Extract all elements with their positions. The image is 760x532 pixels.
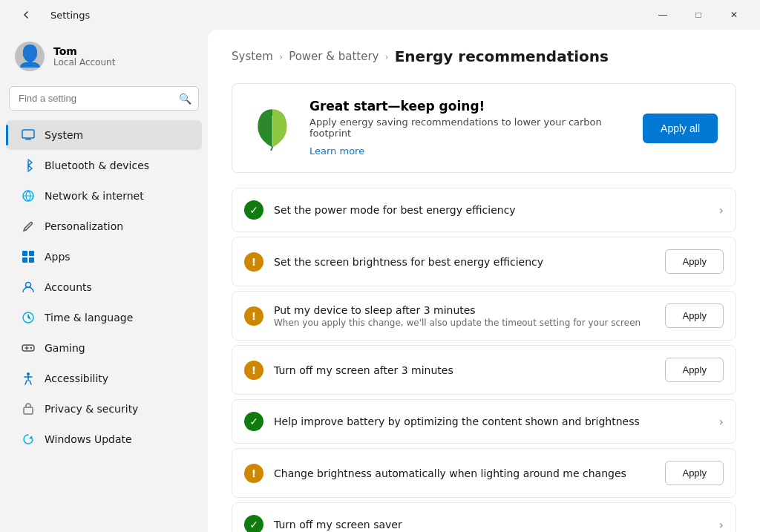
svg-rect-11 xyxy=(24,407,33,414)
learn-more-link[interactable]: Learn more xyxy=(309,145,364,157)
rec-row-screen-off-3min: ! Turn off my screen after 3 minutes App… xyxy=(232,345,736,395)
maximize-button[interactable]: □ xyxy=(681,3,715,27)
back-button[interactable] xyxy=(9,3,43,27)
rec-row-power-mode: ✓ Set the power mode for best energy eff… xyxy=(232,188,736,232)
sidebar-item-update[interactable]: Windows Update xyxy=(6,424,202,454)
rec-action-power-mode: › xyxy=(719,203,724,217)
nav-label-bluetooth: Bluetooth & devices xyxy=(45,160,149,171)
rec-sublabel-sleep-3min: When you apply this change, we'll also u… xyxy=(274,318,655,328)
rec-status-icon-sleep-3min: ! xyxy=(244,306,263,326)
rec-label-sleep-3min: Put my device to sleep after 3 minutes xyxy=(274,304,655,316)
title-bar: Settings — □ ✕ xyxy=(0,0,760,30)
nav-icon-system xyxy=(21,128,36,142)
rec-action-battery-optimize: › xyxy=(719,415,724,429)
nav-label-accounts: Accounts xyxy=(45,281,92,293)
nav-menu: System Bluetooth & devices Network & int… xyxy=(0,119,208,455)
rec-status-icon-screen-off-3min: ! xyxy=(244,361,263,380)
rec-text-power-mode: Set the power mode for best energy effic… xyxy=(274,204,709,216)
sidebar-item-gaming[interactable]: Gaming xyxy=(6,333,202,363)
rec-label-screen-brightness: Set the screen brightness for best energ… xyxy=(274,256,655,268)
rec-row-auto-brightness: ! Change brightness automatically when l… xyxy=(232,448,736,498)
svg-rect-6 xyxy=(29,257,34,263)
apply-button-sleep-3min[interactable]: Apply xyxy=(665,303,724,328)
svg-rect-1 xyxy=(25,139,31,140)
nav-label-gaming: Gaming xyxy=(45,342,85,354)
user-profile: 👤 Tom Local Account xyxy=(0,30,208,86)
nav-icon-apps xyxy=(21,249,36,264)
banner-description: Apply energy saving recommendations to l… xyxy=(309,116,628,139)
rec-status-icon-battery-optimize: ✓ xyxy=(244,412,263,431)
sidebar-item-network[interactable]: Network & internet xyxy=(6,181,202,211)
search-box: 🔍 xyxy=(9,86,199,111)
nav-label-apps: Apps xyxy=(45,251,71,263)
rec-status-icon-power-mode: ✓ xyxy=(244,200,263,220)
rec-text-screen-brightness: Set the screen brightness for best energ… xyxy=(274,256,655,268)
svg-rect-3 xyxy=(22,251,27,256)
sidebar-item-time[interactable]: Time & language xyxy=(6,303,202,332)
search-input[interactable] xyxy=(9,86,199,111)
nav-icon-bluetooth xyxy=(21,158,36,173)
sidebar-item-personalization[interactable]: Personalization xyxy=(6,211,202,241)
sidebar-item-accessibility[interactable]: Accessibility xyxy=(6,364,202,393)
sidebar-item-apps[interactable]: Apps xyxy=(6,242,202,272)
nav-icon-gaming xyxy=(21,341,36,355)
rec-action-screen-off-3min: Apply xyxy=(665,358,724,382)
breadcrumb: System › Power & battery › Energy recomm… xyxy=(232,47,736,65)
app-body: 👤 Tom Local Account 🔍 System Bluetooth &… xyxy=(0,30,760,532)
user-account-type: Local Account xyxy=(53,57,115,68)
user-name: Tom xyxy=(53,45,115,57)
breadcrumb-system[interactable]: System xyxy=(232,50,273,63)
nav-icon-accounts xyxy=(21,280,36,295)
nav-label-accessibility: Accessibility xyxy=(45,372,108,384)
breadcrumb-sep-1: › xyxy=(279,51,283,62)
sidebar-item-bluetooth[interactable]: Bluetooth & devices xyxy=(6,151,202,180)
rec-label-battery-optimize: Help improve battery by optimizing the c… xyxy=(274,416,709,427)
breadcrumb-power[interactable]: Power & battery xyxy=(289,50,379,63)
rec-action-screen-saver: › xyxy=(719,518,724,532)
rec-status-icon-screen-saver: ✓ xyxy=(244,515,263,532)
sidebar-item-system[interactable]: System xyxy=(6,120,202,150)
recommendations-list: ✓ Set the power mode for best energy eff… xyxy=(232,188,736,532)
nav-label-update: Windows Update xyxy=(45,433,132,445)
nav-icon-accessibility xyxy=(21,371,36,386)
rec-text-auto-brightness: Change brightness automatically when lig… xyxy=(274,467,655,479)
chevron-icon-screen-saver[interactable]: › xyxy=(719,518,724,532)
sidebar: 👤 Tom Local Account 🔍 System Bluetooth &… xyxy=(0,30,208,532)
rec-action-auto-brightness: Apply xyxy=(665,461,724,485)
rec-row-battery-optimize: ✓ Help improve battery by optimizing the… xyxy=(232,399,736,444)
rec-status-icon-screen-brightness: ! xyxy=(244,252,263,272)
nav-icon-network xyxy=(21,188,36,203)
minimize-button[interactable]: — xyxy=(646,3,680,27)
nav-icon-update xyxy=(21,432,36,447)
nav-icon-time xyxy=(21,310,36,325)
apply-button-auto-brightness[interactable]: Apply xyxy=(665,461,724,485)
breadcrumb-sep-2: › xyxy=(384,51,388,62)
app-title: Settings xyxy=(50,10,90,21)
rec-action-screen-brightness: Apply xyxy=(665,249,724,274)
energy-banner: Great start—keep going! Apply energy sav… xyxy=(232,83,736,173)
apply-button-screen-off-3min[interactable]: Apply xyxy=(665,358,724,382)
rec-text-screen-off-3min: Turn off my screen after 3 minutes xyxy=(274,364,655,376)
rec-label-power-mode: Set the power mode for best energy effic… xyxy=(274,204,709,216)
content-area: System › Power & battery › Energy recomm… xyxy=(208,30,760,532)
chevron-icon-battery-optimize[interactable]: › xyxy=(719,415,724,429)
nav-label-system: System xyxy=(45,129,83,141)
rec-status-icon-auto-brightness: ! xyxy=(244,464,263,483)
svg-rect-5 xyxy=(22,257,27,263)
rec-label-auto-brightness: Change brightness automatically when lig… xyxy=(274,467,655,479)
sidebar-item-accounts[interactable]: Accounts xyxy=(6,272,202,302)
rec-text-screen-saver: Turn off my screen saver xyxy=(274,519,709,531)
window-controls: — □ ✕ xyxy=(646,3,751,27)
svg-rect-0 xyxy=(22,130,34,138)
banner-title: Great start—keep going! xyxy=(309,99,628,114)
apply-all-button[interactable]: Apply all xyxy=(643,114,718,143)
sidebar-item-privacy[interactable]: Privacy & security xyxy=(6,394,202,424)
banner-text: Great start—keep going! Apply energy sav… xyxy=(309,99,628,157)
rec-row-sleep-3min: ! Put my device to sleep after 3 minutes… xyxy=(232,291,736,341)
rec-label-screen-saver: Turn off my screen saver xyxy=(274,519,709,531)
close-button[interactable]: ✕ xyxy=(717,3,751,27)
chevron-icon-power-mode[interactable]: › xyxy=(719,203,724,217)
apply-button-screen-brightness[interactable]: Apply xyxy=(665,249,724,274)
nav-label-personalization: Personalization xyxy=(45,220,123,232)
avatar: 👤 xyxy=(15,42,45,71)
